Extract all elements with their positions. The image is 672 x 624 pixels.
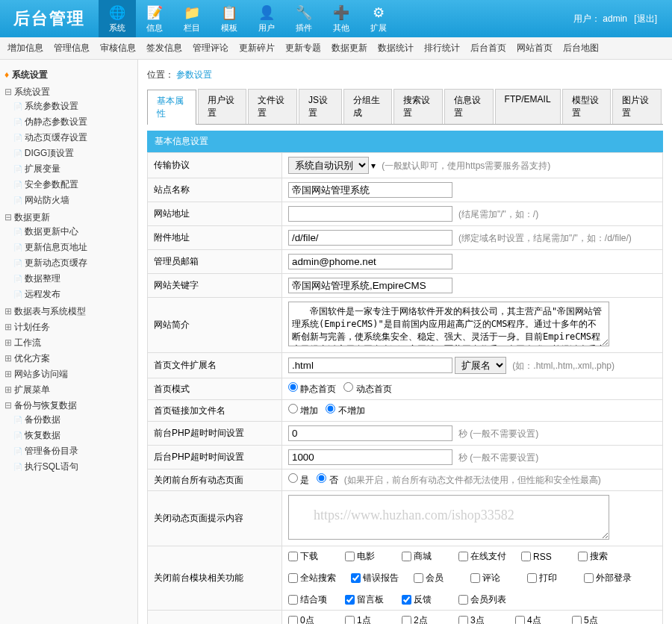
subnav-签发信息[interactable]: 签发信息 <box>146 42 182 54</box>
nav-插件[interactable]: 🔧插件 <box>285 0 323 37</box>
nav-模板[interactable]: 📋模板 <box>211 0 248 37</box>
timepoint-5点[interactable] <box>572 616 582 624</box>
tab-FTP/EMAIL[interactable]: FTP/EMAIL <box>495 89 561 124</box>
timepoint-3点[interactable] <box>458 616 468 624</box>
tree-node-扩展菜单[interactable]: 扩展菜单 <box>3 384 134 396</box>
protocol-select[interactable]: 系统自动识别 <box>288 157 369 174</box>
nav-栏目[interactable]: 📁栏目 <box>173 0 211 37</box>
subnav-网站首页[interactable]: 网站首页 <box>517 42 553 54</box>
fileurl-input[interactable] <box>288 230 452 246</box>
closemod-全站搜索[interactable] <box>288 573 298 583</box>
subnav-审核信息[interactable]: 审核信息 <box>100 42 136 54</box>
keywords-input[interactable] <box>288 278 452 293</box>
subnav-管理评论[interactable]: 管理评论 <box>193 42 228 54</box>
subnav-后台地图[interactable]: 后台地图 <box>563 42 599 54</box>
tree-leaf-安全参数配置[interactable]: 安全参数配置 <box>13 177 134 193</box>
tree-leaf-恢复数据[interactable]: 恢复数据 <box>13 428 134 443</box>
closemod-打印[interactable] <box>527 573 537 583</box>
indexext-input[interactable] <box>288 358 452 373</box>
tree-node-优化方案[interactable]: 优化方案 <box>3 352 134 365</box>
插件-icon: 🔧 <box>296 4 312 21</box>
closemod-在线支付[interactable] <box>458 552 468 561</box>
tree-leaf-更新动态页缓存[interactable]: 更新动态页缓存 <box>13 255 134 271</box>
tab-文件设置[interactable]: 文件设置 <box>248 89 297 124</box>
subnav-增加信息[interactable]: 增加信息 <box>7 42 43 54</box>
tree-node-工作流[interactable]: 工作流 <box>3 337 134 349</box>
label-后台PHP超时时间设置: 后台PHP超时时间设置 <box>148 446 282 469</box>
tab-图片设置[interactable]: 图片设置 <box>612 89 662 124</box>
logout-link[interactable]: [退出] <box>634 13 657 24</box>
tree-node-数据更新[interactable]: 数据更新 <box>3 211 134 224</box>
tab-搜索设置[interactable]: 搜索设置 <box>393 89 443 124</box>
tree-node-数据表与系统模型[interactable]: 数据表与系统模型 <box>3 305 134 318</box>
tree-leaf-系统参数设置[interactable]: 系统参数设置 <box>13 99 134 114</box>
tree-leaf-动态页缓存设置[interactable]: 动态页缓存设置 <box>13 130 134 146</box>
closemod-商城[interactable] <box>402 552 411 561</box>
subnav-更新碎片[interactable]: 更新碎片 <box>239 42 275 54</box>
closemsg-textarea[interactable] <box>288 495 609 540</box>
subnav-后台首页[interactable]: 后台首页 <box>470 42 506 54</box>
tree-leaf-管理备份目录[interactable]: 管理备份目录 <box>13 443 134 459</box>
nav-系统[interactable]: 🌐系统 <box>99 0 136 37</box>
nav-信息[interactable]: 📝信息 <box>136 0 173 37</box>
tab-模型设置[interactable]: 模型设置 <box>562 89 612 124</box>
indexmode-动态首页[interactable] <box>343 382 353 392</box>
intro-textarea[interactable]: 帝国软件是一家专注于网络软件开发的科技公司，其主营产品"帝国网站管理系统(Emp… <box>288 302 609 346</box>
dropdown-icon[interactable]: ▾ <box>371 160 376 171</box>
indexmode-静态首页[interactable] <box>288 382 298 392</box>
timepoint-4点[interactable] <box>515 616 525 624</box>
closemod-结合项[interactable] <box>288 595 298 605</box>
closemod-留言板[interactable] <box>345 595 355 605</box>
siteurl-input[interactable] <box>288 206 452 222</box>
closemod-RSS[interactable] <box>521 552 531 561</box>
closemod-评论[interactable] <box>470 573 480 583</box>
tree-node-网站多访问端[interactable]: 网站多访问端 <box>3 368 134 381</box>
nav-其他[interactable]: ➕其他 <box>323 0 360 37</box>
timepoint-1点[interactable] <box>345 616 355 624</box>
tab-信息设置[interactable]: 信息设置 <box>444 89 494 124</box>
tree-node-备份与恢复数据[interactable]: 备份与恢复数据 <box>3 399 134 412</box>
closemod-搜索[interactable] <box>578 552 588 561</box>
tab-分组生成[interactable]: 分组生成 <box>343 89 393 124</box>
tree-leaf-网站防火墙[interactable]: 网站防火墙 <box>13 193 134 208</box>
fronttime-input[interactable] <box>288 425 452 441</box>
tree-node-系统设置[interactable]: 系统设置 <box>3 86 134 99</box>
subnav-管理信息[interactable]: 管理信息 <box>54 42 90 54</box>
tab-JS设置[interactable]: JS设置 <box>299 89 341 124</box>
subnav-排行统计[interactable]: 排行统计 <box>424 42 460 54</box>
tree-leaf-备份数据[interactable]: 备份数据 <box>13 412 134 428</box>
nav-用户[interactable]: 👤用户 <box>248 0 285 37</box>
tree-leaf-远程发布[interactable]: 远程发布 <box>13 287 134 302</box>
email-input[interactable] <box>288 254 452 269</box>
closemod-电影[interactable] <box>345 552 355 561</box>
tree-leaf-执行SQL语句[interactable]: 执行SQL语句 <box>13 459 134 475</box>
indexext-select[interactable]: 扩展名 <box>455 357 506 374</box>
linkfile-增加[interactable] <box>288 404 298 414</box>
closemod-会员[interactable] <box>414 573 423 583</box>
subnav-更新专题[interactable]: 更新专题 <box>285 42 321 54</box>
timepoint-2点[interactable] <box>402 616 411 624</box>
tree-node-计划任务[interactable]: 计划任务 <box>3 321 134 334</box>
closefront-否[interactable] <box>317 473 326 483</box>
subnav-数据统计[interactable]: 数据统计 <box>378 42 414 54</box>
tree-leaf-扩展变量[interactable]: 扩展变量 <box>13 161 134 177</box>
closemod-外部登录[interactable] <box>584 573 594 583</box>
tree-leaf-数据更新中心[interactable]: 数据更新中心 <box>13 224 134 240</box>
closemod-错误报告[interactable] <box>351 573 361 583</box>
tree-leaf-数据整理[interactable]: 数据整理 <box>13 271 134 287</box>
closemod-反馈[interactable] <box>402 595 411 605</box>
nav-扩展[interactable]: ⚙扩展 <box>360 0 397 37</box>
tree-leaf-更新信息页地址[interactable]: 更新信息页地址 <box>13 240 134 255</box>
closefront-是[interactable] <box>288 473 298 483</box>
closemod-下载[interactable] <box>288 552 298 561</box>
closemod-会员列表[interactable] <box>458 595 468 605</box>
linkfile-不增加[interactable] <box>326 404 335 414</box>
subnav-数据更新[interactable]: 数据更新 <box>332 42 367 54</box>
sitename-input[interactable] <box>288 182 452 198</box>
tab-用户设置[interactable]: 用户设置 <box>198 89 247 124</box>
tab-基本属性[interactable]: 基本属性 <box>147 90 196 125</box>
tree-leaf-伪静态参数设置[interactable]: 伪静态参数设置 <box>13 114 134 130</box>
timepoint-0点[interactable] <box>288 616 298 624</box>
backtime-input[interactable] <box>288 449 452 465</box>
tree-leaf-DIGG顶设置[interactable]: DIGG顶设置 <box>13 146 134 161</box>
